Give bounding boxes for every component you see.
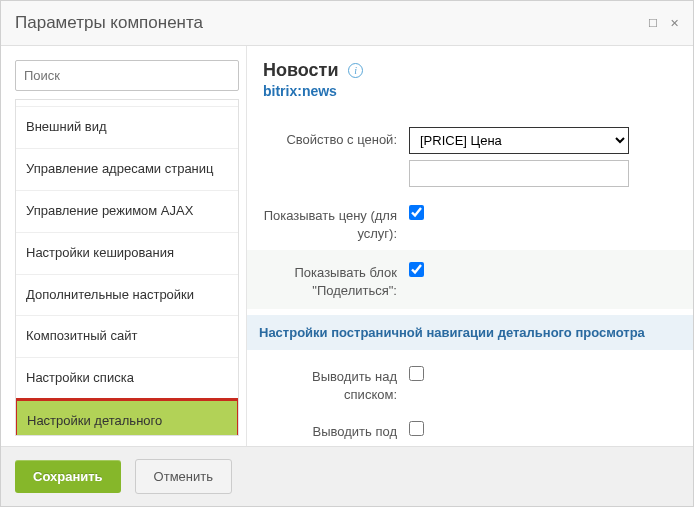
sidebar-item-ajax[interactable]: Управление режимом AJAX [16, 191, 238, 233]
search-input[interactable] [15, 60, 239, 91]
sidebar: Внешний вид Управление адресами страниц … [1, 46, 247, 446]
section-header-pagination: Настройки постраничной навигации детальн… [247, 315, 693, 350]
show-share-checkbox[interactable] [409, 262, 424, 277]
show-above-checkbox[interactable] [409, 366, 424, 381]
sidebar-item-detail-settings[interactable]: Настройки детального просмотра [15, 398, 239, 436]
row-show-above: Выводить над списком: [263, 356, 677, 411]
sidebar-item-composite[interactable]: Композитный сайт [16, 316, 238, 358]
sidebar-item-list-settings[interactable]: Настройки списка [16, 358, 238, 400]
cancel-button[interactable]: Отменить [135, 459, 232, 494]
field-show-share [403, 260, 677, 280]
show-below-checkbox[interactable] [409, 421, 424, 436]
label-price-property: Свойство с ценой: [263, 127, 403, 149]
component-code: bitrix:news [263, 83, 677, 99]
sidebar-item-additional[interactable]: Дополнительные настройки [16, 275, 238, 317]
sidebar-item-url-management[interactable]: Управление адресами страниц [16, 149, 238, 191]
row-show-share: Показывать блок "Поделиться": [247, 250, 693, 309]
dialog-title: Параметры компонента [15, 13, 203, 33]
field-price-property: [PRICE] Цена [403, 127, 677, 187]
price-property-select[interactable]: [PRICE] Цена [409, 127, 629, 154]
row-price-property: Свойство с ценой: [PRICE] Цена [263, 119, 677, 195]
label-show-share: Показывать блок "Поделиться": [263, 260, 403, 299]
dialog-body: Внешний вид Управление адресами страниц … [1, 46, 693, 446]
field-show-above [403, 364, 677, 384]
price-property-text[interactable] [409, 160, 629, 187]
component-params-dialog: Параметры компонента ☐ ✕ Внешний вид Упр… [0, 0, 694, 507]
close-icon[interactable]: ✕ [670, 17, 679, 30]
maximize-icon[interactable]: ☐ [648, 17, 658, 30]
main-header: Новости i [263, 60, 677, 81]
info-icon[interactable]: i [348, 63, 363, 78]
dialog-header: Параметры компонента ☐ ✕ [1, 1, 693, 46]
window-controls: ☐ ✕ [648, 17, 679, 30]
sidebar-item-truncated [16, 100, 238, 107]
sidebar-nav[interactable]: Внешний вид Управление адресами страниц … [15, 99, 239, 436]
label-show-below: Выводить под [263, 419, 403, 441]
row-show-price: Показывать цену (для услуг): [263, 195, 677, 250]
show-price-checkbox[interactable] [409, 205, 424, 220]
row-show-below: Выводить под [263, 411, 677, 446]
label-show-price: Показывать цену (для услуг): [263, 203, 403, 242]
sidebar-item-appearance[interactable]: Внешний вид [16, 107, 238, 149]
label-show-above: Выводить над списком: [263, 364, 403, 403]
page-title: Новости [263, 60, 338, 81]
field-show-price [403, 203, 677, 223]
save-button[interactable]: Сохранить [15, 460, 121, 493]
dialog-footer: Сохранить Отменить [1, 446, 693, 506]
main-panel: Новости i bitrix:news Свойство с ценой: … [247, 46, 693, 446]
sidebar-item-caching[interactable]: Настройки кеширования [16, 233, 238, 275]
field-show-below [403, 419, 677, 439]
